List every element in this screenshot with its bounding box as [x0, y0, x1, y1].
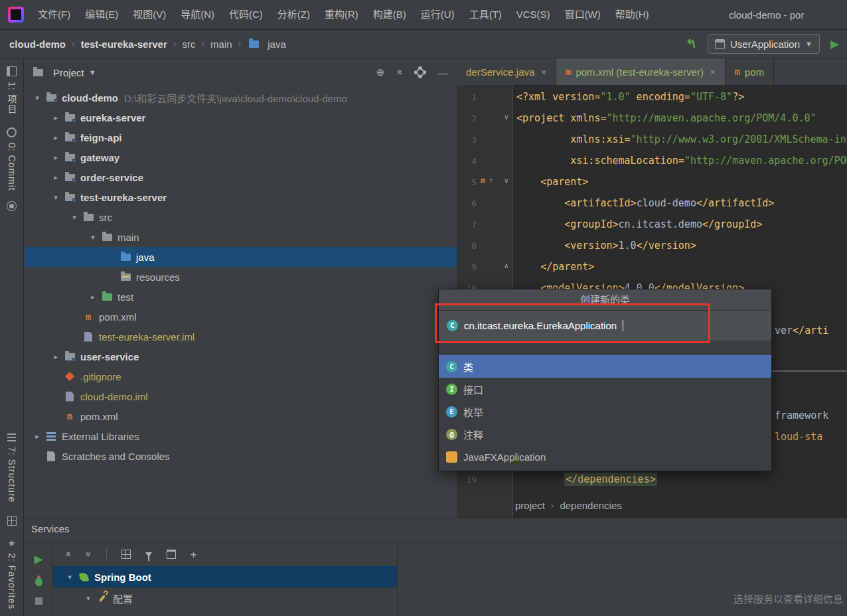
- collapse-all-icon[interactable]: «: [395, 70, 406, 75]
- run-services-icon[interactable]: ▶: [34, 552, 42, 566]
- fold-up-icon[interactable]: ∧: [504, 262, 508, 270]
- code-line-6[interactable]: 6 <artifactId>cloud-demo</artifactId>: [457, 193, 847, 214]
- project-tree-item-test[interactable]: ▸test: [25, 287, 457, 307]
- chevron-down-icon[interactable]: ▼: [89, 68, 96, 76]
- chevron-right-icon[interactable]: ▸: [48, 173, 63, 182]
- menu-item-帮助(H)[interactable]: 帮助(H): [608, 0, 656, 29]
- menu-item-构建(B)[interactable]: 构建(B): [366, 0, 414, 29]
- project-tree-item-gateway[interactable]: ▸gateway: [25, 147, 457, 167]
- stop-icon[interactable]: [35, 597, 42, 605]
- project-tree-item-pom.xml[interactable]: mpom.xml: [25, 406, 457, 426]
- tool-window-button-grid[interactable]: [0, 510, 23, 532]
- fold-down-icon[interactable]: ∨: [504, 113, 508, 121]
- breadcrumb-item-main[interactable]: main: [210, 38, 232, 50]
- chevron-right-icon[interactable]: ▸: [48, 114, 63, 122]
- maven-reload-icon[interactable]: ↰: [684, 35, 698, 53]
- project-tree-item-java[interactable]: java: [25, 247, 457, 267]
- gear-icon[interactable]: [416, 68, 424, 76]
- expand-all-icon[interactable]: »: [84, 552, 94, 557]
- class-name-input[interactable]: C cn.itcast.eureka.EurekaApplication: [439, 311, 771, 341]
- chevron-right-icon[interactable]: ▸: [30, 432, 44, 441]
- chevron-down-icon[interactable]: ▾: [62, 573, 77, 581]
- run-button[interactable]: ▶: [830, 37, 839, 51]
- tool-window-button-7: Structure[interactable]: 7: Structure: [0, 427, 23, 509]
- code-line-9[interactable]: 9∧ </parent>: [457, 256, 847, 277]
- project-tree-item-src[interactable]: ▾src: [25, 207, 457, 227]
- breadcrumb-item-cloud-demo[interactable]: cloud-demo: [9, 38, 66, 50]
- status-breadcrumb-dependencies[interactable]: dependencies: [560, 500, 621, 511]
- code-line-19[interactable]: 19 </dependencies>: [457, 469, 847, 490]
- popup-item-枚举[interactable]: E枚举: [439, 400, 771, 423]
- close-icon[interactable]: ×: [710, 67, 716, 77]
- menu-item-导航(N)[interactable]: 导航(N): [173, 0, 222, 29]
- project-tree-item-test-eureka-server.iml[interactable]: test-eureka-server.iml: [25, 327, 457, 346]
- project-tree-item-cloud-demo[interactable]: ▾cloud-demoD:\和彩云同步文件夹\java\cloud-demo\c…: [25, 88, 457, 108]
- project-tree-item-Scratches and Consoles[interactable]: Scratches and Consoles: [25, 446, 457, 466]
- project-tree-item-cloud-demo.iml[interactable]: cloud-demo.iml: [25, 386, 457, 406]
- chevron-right-icon[interactable]: ▸: [48, 153, 63, 162]
- code-line-1[interactable]: 1<?xml version="1.0" encoding="UTF-8"?>: [457, 86, 847, 108]
- code-line-8[interactable]: 8 <version>1.0</version>: [457, 235, 847, 256]
- popup-item-类[interactable]: C类: [439, 355, 771, 378]
- close-icon[interactable]: ×: [541, 67, 546, 77]
- popup-item-接口[interactable]: I接口: [439, 378, 771, 400]
- chevron-right-icon[interactable]: ▸: [86, 293, 100, 301]
- services-tree-item-Spring Boot[interactable]: ▾Spring Boot: [53, 566, 397, 587]
- chevron-right-icon[interactable]: ▸: [48, 352, 63, 361]
- hide-panel-icon[interactable]: —: [437, 67, 447, 78]
- code-line-5[interactable]: 5m↑∨ <parent>: [457, 171, 847, 193]
- project-tree-item-.gitignore[interactable]: .gitignore: [25, 366, 457, 386]
- breadcrumb-item-java[interactable]: java: [247, 38, 286, 50]
- code-line-4[interactable]: 4 xsi:schemaLocation="http://maven.apach…: [457, 150, 847, 171]
- project-panel-title[interactable]: Project: [53, 67, 84, 78]
- menu-item-编辑(E)[interactable]: 编辑(E): [78, 0, 125, 29]
- popup-item-注释[interactable]: @注释: [439, 423, 771, 445]
- services-tree-item-配置[interactable]: ▾配置: [53, 587, 397, 609]
- tool-window-button-2: Favorites[interactable]: ★2: Favorites: [0, 532, 23, 616]
- frame-icon[interactable]: [167, 550, 176, 559]
- menu-item-文件(F)[interactable]: 文件(F): [31, 0, 78, 29]
- chevron-down-icon[interactable]: ▾: [86, 233, 100, 242]
- menu-item-视图(V)[interactable]: 视图(V): [125, 0, 173, 29]
- menu-item-工具(T)[interactable]: 工具(T): [462, 0, 509, 29]
- tool-window-button-0: Commit[interactable]: 0: Commit: [0, 121, 23, 198]
- editor-tab-pom.xml (test-eureka-server)[interactable]: mpom.xml (test-eureka-server)×: [556, 58, 726, 85]
- filter-icon[interactable]: [145, 552, 152, 557]
- project-tree-item-resources[interactable]: resources: [25, 267, 457, 287]
- chevron-down-icon[interactable]: ▾: [81, 594, 96, 603]
- chevron-down-icon[interactable]: ▾: [30, 94, 44, 102]
- project-tree-item-feign-api[interactable]: ▸feign-api: [25, 127, 457, 147]
- editor-tab-pom[interactable]: mpom: [726, 58, 775, 85]
- chevron-right-icon[interactable]: ▸: [48, 133, 63, 142]
- project-tree-item-user-service[interactable]: ▸user-service: [25, 346, 457, 366]
- menu-item-分析(Z)[interactable]: 分析(Z): [270, 0, 317, 29]
- breadcrumb-item-test-eureka-server[interactable]: test-eureka-server: [81, 38, 167, 50]
- code-line-2[interactable]: 2∨<project xmlns="http://maven.apache.or…: [457, 108, 847, 129]
- menu-item-代码(C)[interactable]: 代码(C): [222, 0, 270, 29]
- menu-item-运行(U)[interactable]: 运行(U): [414, 0, 462, 29]
- add-service-icon[interactable]: +: [191, 549, 197, 560]
- project-tree-item-order-service[interactable]: ▸order-service: [25, 167, 457, 187]
- project-tree-item-pom.xml[interactable]: mpom.xml: [25, 307, 457, 327]
- locate-file-icon[interactable]: ⊕: [376, 66, 385, 78]
- chevron-down-icon[interactable]: ▾: [48, 193, 63, 202]
- project-tree-item-main[interactable]: ▾main: [25, 227, 457, 247]
- editor-tab-derService.java[interactable]: derService.java×: [457, 58, 556, 85]
- menu-item-窗口(W)[interactable]: 窗口(W): [558, 0, 608, 29]
- group-by-icon[interactable]: [121, 550, 131, 559]
- menu-item-重构(R)[interactable]: 重构(R): [317, 0, 366, 29]
- project-tree-item-External Libraries[interactable]: ▸External Libraries: [25, 426, 457, 446]
- code-line-3[interactable]: 3 xmlns:xsi="http://www.w3.org/2001/XMLS…: [457, 129, 847, 150]
- project-tree-item-eureka-server[interactable]: ▸eureka-server: [25, 108, 457, 127]
- fold-down-icon[interactable]: ∨: [504, 177, 508, 185]
- project-tree-item-test-eureka-server[interactable]: ▾test-eureka-server: [25, 187, 457, 207]
- run-configuration-select[interactable]: UserApplication ▼: [708, 34, 820, 54]
- code-line-7[interactable]: 7 <groupId>cn.itcast.demo</groupId>: [457, 214, 847, 235]
- tool-window-button-pin[interactable]: [0, 197, 23, 215]
- popup-item-JavaFXApplication[interactable]: JavaFXApplication: [439, 445, 771, 468]
- tool-window-button-1: 项目[interactable]: 1: 项目: [0, 60, 23, 121]
- chevron-down-icon[interactable]: ▾: [67, 213, 82, 222]
- status-breadcrumb-project[interactable]: project: [515, 500, 545, 511]
- menu-item-VCS(S)[interactable]: VCS(S): [509, 0, 558, 29]
- collapse-all-icon[interactable]: «: [64, 552, 74, 557]
